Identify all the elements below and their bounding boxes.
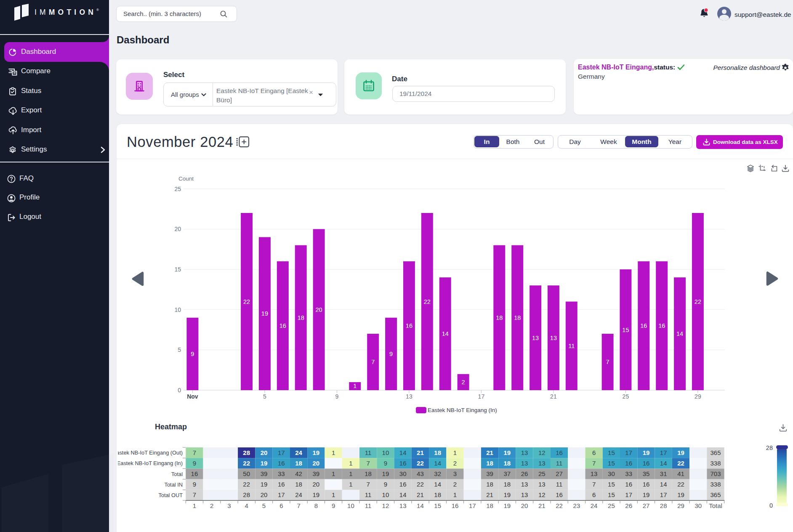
svg-text:17: 17 <box>625 491 632 498</box>
svg-text:42: 42 <box>295 470 302 477</box>
svg-text:16: 16 <box>191 470 198 477</box>
svg-text:21: 21 <box>417 491 424 498</box>
svg-text:365: 365 <box>710 449 721 456</box>
svg-text:16: 16 <box>643 481 650 488</box>
svg-text:14: 14 <box>399 491 407 498</box>
svg-text:11: 11 <box>365 491 372 498</box>
svg-text:19: 19 <box>382 470 389 477</box>
svg-text:18: 18 <box>295 481 302 488</box>
svg-text:22: 22 <box>556 502 563 509</box>
svg-text:13: 13 <box>550 335 557 341</box>
svg-text:1: 1 <box>453 449 457 456</box>
svg-text:16: 16 <box>452 502 459 509</box>
svg-text:16: 16 <box>640 322 647 329</box>
svg-text:3: 3 <box>453 470 457 477</box>
svg-text:15: 15 <box>174 266 181 273</box>
svg-text:8: 8 <box>314 502 318 509</box>
svg-text:29: 29 <box>695 393 701 400</box>
svg-text:12: 12 <box>382 502 389 509</box>
svg-text:9: 9 <box>384 460 387 467</box>
svg-text:16: 16 <box>406 322 412 329</box>
svg-text:17: 17 <box>478 393 485 400</box>
svg-text:1: 1 <box>193 502 196 509</box>
svg-text:18: 18 <box>434 491 441 498</box>
svg-text:9: 9 <box>389 351 393 357</box>
svg-text:39: 39 <box>486 470 493 477</box>
svg-text:13: 13 <box>521 481 528 488</box>
svg-text:15: 15 <box>608 491 615 498</box>
svg-text:19: 19 <box>643 491 650 498</box>
svg-text:20: 20 <box>174 226 181 232</box>
svg-text:13: 13 <box>521 491 528 498</box>
svg-text:20: 20 <box>261 491 268 498</box>
svg-text:43: 43 <box>417 470 424 477</box>
svg-text:1: 1 <box>453 491 457 498</box>
svg-text:32: 32 <box>434 470 441 477</box>
svg-text:16: 16 <box>625 481 632 488</box>
svg-text:2: 2 <box>210 502 213 509</box>
svg-text:22: 22 <box>424 298 431 305</box>
svg-text:17: 17 <box>469 502 476 509</box>
svg-text:7: 7 <box>592 460 596 467</box>
svg-text:Eastek NB-IoT Eingang (In): Eastek NB-IoT Eingang (In) <box>117 460 183 466</box>
svg-text:6: 6 <box>592 491 596 498</box>
svg-text:33: 33 <box>625 470 632 477</box>
svg-text:0: 0 <box>178 387 181 394</box>
svg-text:18: 18 <box>503 481 511 488</box>
svg-text:19: 19 <box>677 491 684 498</box>
svg-text:18: 18 <box>434 449 441 456</box>
svg-text:6: 6 <box>279 502 283 509</box>
svg-text:30: 30 <box>399 470 407 477</box>
svg-text:26: 26 <box>625 502 632 509</box>
svg-text:19: 19 <box>312 449 319 456</box>
svg-text:18: 18 <box>486 460 493 467</box>
svg-text:21: 21 <box>417 449 424 456</box>
svg-text:1: 1 <box>349 470 352 477</box>
svg-text:28: 28 <box>243 449 250 456</box>
svg-text:338: 338 <box>710 481 721 488</box>
svg-text:15: 15 <box>622 327 629 333</box>
svg-text:17: 17 <box>625 449 632 456</box>
svg-text:31: 31 <box>660 470 667 477</box>
svg-text:19: 19 <box>312 491 319 498</box>
svg-text:365: 365 <box>710 491 721 498</box>
svg-text:15: 15 <box>608 449 615 456</box>
svg-text:14: 14 <box>399 449 407 456</box>
svg-text:14: 14 <box>660 460 667 467</box>
svg-text:17: 17 <box>660 491 667 498</box>
svg-text:10: 10 <box>174 306 181 313</box>
svg-text:16: 16 <box>658 322 665 329</box>
svg-text:19: 19 <box>503 502 511 509</box>
svg-text:29: 29 <box>677 502 684 509</box>
svg-text:13: 13 <box>406 393 412 400</box>
svg-text:50: 50 <box>243 470 250 477</box>
svg-text:18: 18 <box>486 502 493 509</box>
svg-text:24: 24 <box>295 491 302 498</box>
svg-text:16: 16 <box>643 460 650 467</box>
svg-text:14: 14 <box>417 502 424 509</box>
svg-text:13: 13 <box>532 335 539 341</box>
svg-text:5: 5 <box>178 346 181 353</box>
svg-text:13: 13 <box>538 460 546 467</box>
svg-text:13: 13 <box>521 460 528 467</box>
svg-text:9: 9 <box>335 393 339 400</box>
svg-text:1: 1 <box>349 460 352 467</box>
svg-text:13: 13 <box>399 502 407 509</box>
svg-text:22: 22 <box>243 298 250 305</box>
svg-text:25: 25 <box>608 502 615 509</box>
svg-text:7: 7 <box>193 449 196 456</box>
svg-text:37: 37 <box>503 470 511 477</box>
svg-text:7: 7 <box>371 359 375 365</box>
svg-text:11: 11 <box>365 502 372 509</box>
svg-text:18: 18 <box>298 314 304 321</box>
svg-text:18: 18 <box>365 470 372 477</box>
svg-text:15: 15 <box>434 502 441 509</box>
svg-text:20: 20 <box>312 481 319 488</box>
svg-text:18: 18 <box>295 460 302 467</box>
svg-text:7: 7 <box>193 491 196 498</box>
svg-text:19: 19 <box>677 449 684 456</box>
svg-text:13: 13 <box>538 481 546 488</box>
svg-text:9: 9 <box>384 481 387 488</box>
svg-text:Total: Total <box>171 471 183 477</box>
svg-text:22: 22 <box>677 460 684 467</box>
